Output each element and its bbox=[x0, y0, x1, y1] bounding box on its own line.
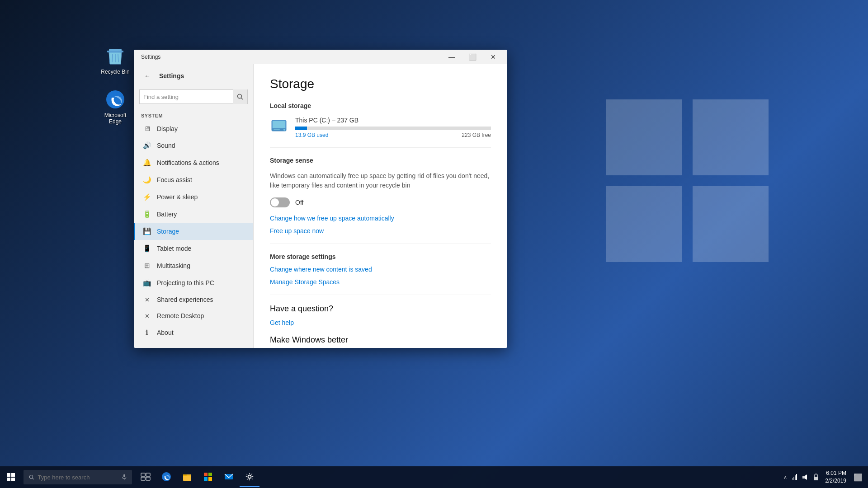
windows-logo-bg bbox=[597, 90, 778, 271]
free-up-now-link[interactable]: Free up space now bbox=[270, 227, 491, 235]
sidebar-item-tablet[interactable]: 📱 Tablet mode bbox=[134, 240, 253, 257]
drive-used-label: 13.9 GB used bbox=[295, 132, 328, 138]
power-icon: ⚡ bbox=[142, 193, 151, 201]
svg-rect-42 bbox=[802, 476, 805, 479]
sidebar-item-power[interactable]: ⚡ Power & sleep bbox=[134, 188, 253, 206]
storage-sense-toggle[interactable] bbox=[270, 197, 290, 207]
window-body: ← Settings System 🖥 Display 🔊 bbox=[134, 64, 507, 348]
time-display: 6:01 PM bbox=[825, 469, 846, 477]
taskbar-search-input[interactable] bbox=[38, 474, 118, 481]
sidebar-item-notifications[interactable]: 🔔 Notifications & actions bbox=[134, 154, 253, 171]
taskbar-store[interactable] bbox=[198, 467, 218, 487]
titlebar-controls: — ⬜ ✕ bbox=[441, 50, 504, 64]
battery-label: Battery bbox=[157, 211, 177, 218]
drive-icon bbox=[270, 117, 288, 135]
page-title: Storage bbox=[270, 77, 491, 91]
drive-bar bbox=[295, 127, 491, 130]
notification-center-icon[interactable]: ⬜ bbox=[852, 473, 864, 482]
svg-line-11 bbox=[241, 98, 243, 100]
taskbar-tray: ∧ 6:01 PM 2/2/2019 ⬜ bbox=[783, 469, 868, 485]
divider1 bbox=[270, 147, 491, 148]
svg-rect-17 bbox=[7, 473, 10, 477]
svg-rect-32 bbox=[204, 473, 208, 476]
tray-time[interactable]: 6:01 PM 2/2/2019 bbox=[821, 469, 850, 485]
projecting-label: Projecting to this PC bbox=[157, 279, 214, 286]
explorer-taskbar-icon bbox=[182, 472, 192, 482]
system-section-title: System bbox=[134, 109, 253, 120]
svg-rect-16 bbox=[274, 129, 280, 130]
close-button[interactable]: ✕ bbox=[483, 50, 504, 64]
storage-sense-description: Windows can automatically free up space … bbox=[270, 171, 491, 190]
minimize-button[interactable]: — bbox=[441, 50, 462, 64]
svg-line-6 bbox=[112, 54, 113, 62]
svg-rect-28 bbox=[146, 477, 150, 480]
svg-point-21 bbox=[29, 475, 33, 478]
make-better-header: Make Windows better bbox=[270, 335, 491, 345]
taskbar-search-box[interactable] bbox=[24, 470, 132, 484]
change-free-up-link[interactable]: Change how we free up space automaticall… bbox=[270, 215, 491, 222]
search-icon bbox=[237, 94, 243, 100]
taskbar-edge[interactable] bbox=[156, 467, 176, 487]
storage-spaces-link[interactable]: Manage Storage Spaces bbox=[270, 278, 491, 286]
sound-label: Sound bbox=[157, 142, 175, 149]
drive-free-label: 223 GB free bbox=[462, 132, 491, 138]
start-button[interactable] bbox=[0, 466, 22, 488]
drive-stats: 13.9 GB used 223 GB free bbox=[295, 132, 491, 138]
svg-rect-31 bbox=[183, 474, 187, 476]
svg-rect-26 bbox=[146, 473, 150, 476]
focus-label: Focus assist bbox=[157, 176, 192, 183]
tray-icons: ∧ bbox=[783, 474, 820, 481]
get-help-link[interactable]: Get help bbox=[270, 319, 491, 326]
svg-marker-43 bbox=[805, 474, 807, 480]
multitasking-icon: ⊞ bbox=[142, 262, 151, 270]
svg-rect-34 bbox=[204, 477, 208, 481]
maximize-button[interactable]: ⬜ bbox=[462, 50, 483, 64]
mail-taskbar-icon bbox=[224, 472, 234, 482]
microsoft-edge-icon[interactable]: Microsoft Edge bbox=[97, 89, 133, 125]
microphone-icon bbox=[122, 473, 127, 481]
svg-point-37 bbox=[248, 475, 251, 479]
tray-up-arrow[interactable]: ∧ bbox=[783, 474, 787, 480]
sidebar-item-focus[interactable]: 🌙 Focus assist bbox=[134, 171, 253, 188]
search-button[interactable] bbox=[233, 89, 247, 104]
svg-line-22 bbox=[33, 478, 34, 479]
remote-label: Remote Desktop bbox=[157, 312, 204, 319]
sidebar-title: Settings bbox=[159, 72, 184, 80]
taskbar-explorer[interactable] bbox=[177, 467, 197, 487]
toggle-row: Off bbox=[270, 197, 491, 207]
sidebar-item-shared[interactable]: ✕ Shared experiences bbox=[134, 291, 253, 308]
sidebar-item-projecting[interactable]: 📺 Projecting to this PC bbox=[134, 274, 253, 291]
power-label: Power & sleep bbox=[157, 193, 198, 201]
sidebar-item-battery[interactable]: 🔋 Battery bbox=[134, 206, 253, 223]
sidebar-item-display[interactable]: 🖥 Display bbox=[134, 120, 253, 137]
search-input[interactable] bbox=[140, 92, 233, 102]
svg-rect-44 bbox=[814, 477, 818, 480]
toggle-label: Off bbox=[295, 199, 303, 206]
shared-label: Shared experiences bbox=[157, 296, 213, 303]
taskbar-task-view[interactable] bbox=[136, 467, 156, 487]
notifications-icon: 🔔 bbox=[142, 159, 151, 167]
recycle-bin-svg bbox=[105, 46, 125, 66]
sidebar-item-about[interactable]: ℹ About bbox=[134, 324, 253, 341]
speaker-icon bbox=[802, 474, 809, 481]
recycle-bin-icon[interactable]: Recycle Bin bbox=[97, 45, 133, 75]
sidebar-item-remote[interactable]: ✕ Remote Desktop bbox=[134, 308, 253, 324]
back-button[interactable]: ← bbox=[141, 70, 154, 82]
edge-svg bbox=[105, 89, 125, 109]
svg-rect-5 bbox=[107, 51, 123, 52]
sidebar-item-multitasking[interactable]: ⊞ Multitasking bbox=[134, 257, 253, 274]
focus-icon: 🌙 bbox=[142, 176, 151, 184]
tablet-icon: 📱 bbox=[142, 244, 151, 253]
svg-line-8 bbox=[118, 54, 118, 62]
taskbar-settings[interactable] bbox=[240, 467, 259, 487]
tablet-label: Tablet mode bbox=[157, 245, 191, 252]
window-title: Settings bbox=[137, 54, 441, 60]
sidebar-item-sound[interactable]: 🔊 Sound bbox=[134, 137, 253, 154]
change-content-link[interactable]: Change where new content is saved bbox=[270, 266, 491, 273]
svg-rect-39 bbox=[793, 477, 794, 480]
desktop-icons: Recycle Bin Microsoft Edge bbox=[97, 45, 133, 125]
taskbar-mail[interactable] bbox=[219, 467, 239, 487]
sidebar-item-storage[interactable]: 💾 Storage bbox=[134, 223, 253, 240]
svg-rect-41 bbox=[796, 474, 797, 480]
drive-item: This PC (C:) – 237 GB 13.9 GB used 223 G… bbox=[270, 117, 491, 138]
